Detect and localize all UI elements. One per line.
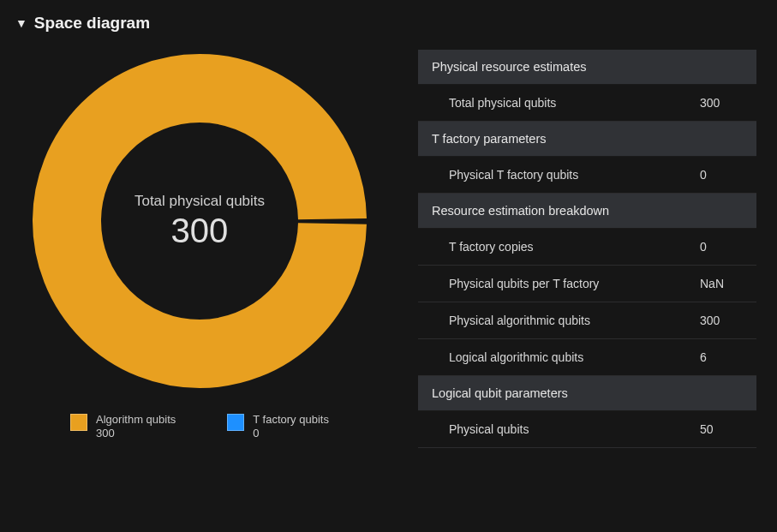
section-resource-breakdown[interactable]: Resource estimation breakdown: [418, 194, 756, 229]
disclosure-triangle-icon: ▼: [15, 16, 27, 30]
legend-item-algorithm: Algorithm qubits 300: [70, 413, 176, 440]
row-label: Logical algorithmic qubits: [449, 350, 583, 364]
row-label: Physical qubits per T factory: [449, 277, 599, 290]
row-value: 300: [700, 314, 743, 327]
donut-center-label: Total physical qubits: [134, 193, 265, 210]
legend-item-tfactory: T factory qubits 0: [227, 413, 329, 440]
donut-chart: Total physical qubits 300: [28, 50, 371, 392]
legend-value-algorithm: 300: [96, 427, 176, 441]
row-label: T factory copies: [449, 240, 534, 254]
row-value: 0: [700, 168, 743, 182]
row-label: Total physical qubits: [449, 96, 556, 110]
donut-center: Total physical qubits 300: [134, 193, 265, 250]
row-value: 6: [700, 350, 743, 364]
section-physical-resource-estimates[interactable]: Physical resource estimates: [418, 50, 756, 85]
row-label: Physical qubits: [449, 422, 529, 436]
legend-name-tfactory: T factory qubits: [253, 413, 329, 427]
legend: Algorithm qubits 300 T factory qubits 0: [70, 413, 329, 440]
table-row: Physical qubits per T factory NaN: [418, 266, 756, 302]
table-row: Physical algorithmic qubits 300: [418, 302, 756, 339]
section-title: Space diagram: [34, 14, 150, 33]
section-t-factory-parameters[interactable]: T factory parameters: [418, 122, 756, 157]
donut-center-value: 300: [134, 212, 265, 250]
row-value: 300: [700, 96, 743, 110]
legend-value-tfactory: 0: [253, 427, 329, 441]
table-row: T factory copies 0: [418, 229, 756, 266]
table-row: Physical T factory qubits 0: [418, 157, 756, 194]
row-label: Physical T factory qubits: [449, 168, 578, 182]
table-row: Logical algorithmic qubits 6: [418, 339, 756, 376]
row-value: 0: [700, 240, 743, 254]
legend-swatch-algorithm: [70, 414, 87, 431]
content-area: Total physical qubits 300 Algorithm qubi…: [15, 50, 762, 448]
legend-name-algorithm: Algorithm qubits: [96, 413, 176, 427]
table-row: Physical qubits 50: [418, 411, 756, 448]
row-value: 50: [700, 422, 743, 436]
estimates-table: Physical resource estimates Total physic…: [418, 50, 756, 448]
legend-swatch-tfactory: [227, 414, 244, 431]
table-row: Total physical qubits 300: [418, 85, 756, 122]
section-logical-qubit-parameters[interactable]: Logical qubit parameters: [418, 376, 756, 411]
chart-panel: Total physical qubits 300 Algorithm qubi…: [15, 50, 384, 448]
row-label: Physical algorithmic qubits: [449, 314, 590, 327]
row-value: NaN: [700, 277, 743, 290]
section-header-toggle[interactable]: ▼ Space diagram: [15, 14, 762, 33]
